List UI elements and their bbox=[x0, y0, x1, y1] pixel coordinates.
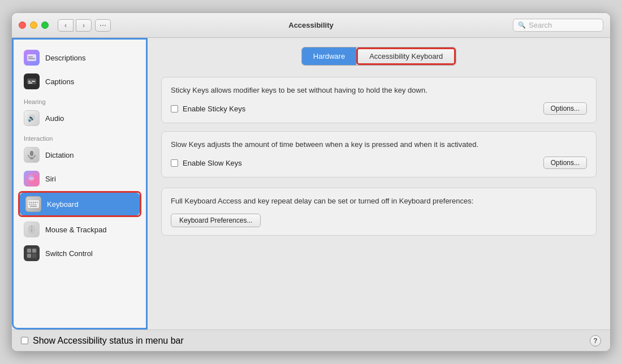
svg-rect-2 bbox=[28, 58, 35, 59]
sidebar-item-audio-label: Audio bbox=[45, 114, 64, 123]
enable-slow-keys-checkbox[interactable] bbox=[171, 159, 178, 167]
main-content: Descriptions Captions Hearing 🔊 Audio bbox=[12, 38, 610, 330]
sidebar-item-keyboard-label: Keyboard bbox=[47, 200, 79, 209]
window-title: Accessibility bbox=[288, 21, 334, 29]
search-placeholder: Search bbox=[529, 21, 552, 29]
svg-rect-6 bbox=[32, 81, 35, 82]
dictation-icon bbox=[24, 147, 40, 163]
svg-rect-18 bbox=[35, 202, 37, 203]
right-panel: Hardware Accessibility Keyboard Sticky K… bbox=[148, 38, 610, 330]
descriptions-icon bbox=[24, 50, 40, 66]
show-accessibility-status-label: Show Accessibility status in menu bar bbox=[33, 336, 184, 346]
sidebar-item-dictation-label: Dictation bbox=[45, 151, 74, 159]
sidebar-item-descriptions-label: Descriptions bbox=[45, 54, 86, 62]
svg-point-27 bbox=[31, 229, 33, 232]
traffic-lights bbox=[19, 21, 49, 29]
enable-slow-keys-label: Enable Slow Keys bbox=[183, 159, 242, 167]
slow-keys-check-left: Enable Slow Keys bbox=[171, 159, 242, 167]
svg-rect-5 bbox=[28, 83, 32, 84]
maximize-button[interactable] bbox=[41, 21, 49, 29]
captions-icon bbox=[24, 73, 40, 89]
forward-button[interactable]: › bbox=[76, 19, 92, 32]
help-button[interactable]: ? bbox=[590, 335, 601, 346]
svg-rect-32 bbox=[32, 254, 36, 258]
sidebar: Descriptions Captions Hearing 🔊 Audio bbox=[12, 38, 148, 330]
sidebar-item-mouse-trackpad-label: Mouse & Trackpad bbox=[45, 226, 106, 234]
sticky-keys-check-left: Enable Sticky Keys bbox=[171, 105, 245, 113]
svg-point-13 bbox=[29, 177, 34, 180]
svg-rect-23 bbox=[35, 204, 37, 205]
svg-rect-17 bbox=[33, 202, 34, 203]
sidebar-item-mouse-trackpad[interactable]: Mouse & Trackpad bbox=[18, 218, 141, 241]
svg-rect-15 bbox=[29, 202, 31, 203]
keyboard-icon bbox=[25, 196, 41, 212]
sticky-keys-row: Enable Sticky Keys Options... bbox=[171, 102, 587, 115]
sidebar-item-siri-label: Siri bbox=[45, 175, 56, 183]
slow-keys-section: Slow Keys adjusts the amount of time bet… bbox=[161, 131, 597, 177]
tab-group: Hardware Accessibility Keyboard bbox=[301, 47, 456, 66]
sidebar-item-captions[interactable]: Captions bbox=[18, 70, 141, 93]
show-status-row: Show Accessibility status in menu bar bbox=[21, 336, 184, 346]
svg-rect-19 bbox=[37, 202, 38, 203]
sticky-keys-description: Sticky Keys allows modifier keys to be s… bbox=[171, 85, 587, 96]
siri-icon bbox=[24, 171, 40, 187]
category-hearing: Hearing bbox=[18, 94, 141, 107]
svg-text:🔊: 🔊 bbox=[28, 114, 36, 122]
keyboard-prefs-description: Full Keyboard Access and key repeat dela… bbox=[171, 196, 587, 206]
mouse-trackpad-icon bbox=[24, 222, 40, 237]
nav-buttons: ‹ › bbox=[58, 19, 92, 32]
svg-rect-0 bbox=[27, 54, 36, 61]
audio-icon: 🔊 bbox=[24, 110, 40, 126]
keyboard-preferences-button[interactable]: Keyboard Preferences... bbox=[171, 214, 261, 227]
sidebar-item-siri[interactable]: Siri bbox=[18, 167, 141, 190]
slow-keys-row: Enable Slow Keys Options... bbox=[171, 157, 587, 169]
search-icon: 🔍 bbox=[518, 21, 526, 29]
tab-hardware[interactable]: Hardware bbox=[302, 47, 356, 65]
svg-rect-20 bbox=[29, 204, 31, 205]
category-interaction: Interaction bbox=[18, 131, 141, 144]
titlebar: ‹ › ⋯ Accessibility 🔍 Search bbox=[12, 13, 610, 38]
main-window: ‹ › ⋯ Accessibility 🔍 Search Description… bbox=[11, 12, 611, 352]
enable-sticky-keys-label: Enable Sticky Keys bbox=[183, 105, 245, 113]
show-accessibility-status-checkbox[interactable] bbox=[21, 337, 28, 344]
sidebar-item-keyboard[interactable]: Keyboard bbox=[20, 193, 140, 215]
sidebar-item-audio[interactable]: 🔊 Audio bbox=[18, 107, 141, 129]
sidebar-item-captions-label: Captions bbox=[45, 77, 74, 86]
switch-control-icon bbox=[24, 245, 40, 261]
bottom-bar: Show Accessibility status in menu bar ? bbox=[12, 330, 610, 351]
keyboard-prefs-section: Full Keyboard Access and key repeat dela… bbox=[161, 188, 597, 235]
sticky-keys-options-button[interactable]: Options... bbox=[543, 102, 587, 115]
sidebar-item-switch-control-label: Switch Control bbox=[45, 249, 93, 258]
sidebar-item-switch-control[interactable]: Switch Control bbox=[18, 242, 141, 265]
svg-rect-21 bbox=[31, 204, 33, 205]
close-button[interactable] bbox=[19, 21, 26, 29]
slow-keys-description: Slow Keys adjusts the amount of time bet… bbox=[171, 140, 587, 150]
svg-rect-16 bbox=[31, 202, 33, 203]
svg-rect-1 bbox=[28, 57, 33, 58]
sidebar-item-dictation[interactable]: Dictation bbox=[18, 144, 141, 166]
sidebar-item-descriptions[interactable]: Descriptions bbox=[18, 46, 141, 69]
svg-rect-9 bbox=[30, 151, 33, 156]
enable-sticky-keys-checkbox[interactable] bbox=[171, 105, 178, 112]
sticky-keys-section: Sticky Keys allows modifier keys to be s… bbox=[161, 77, 597, 123]
svg-rect-30 bbox=[32, 249, 36, 253]
svg-rect-29 bbox=[27, 249, 31, 253]
svg-rect-4 bbox=[28, 81, 31, 82]
svg-rect-24 bbox=[30, 206, 37, 207]
tab-accessibility-keyboard[interactable]: Accessibility Keyboard bbox=[356, 47, 456, 65]
tabs-row: Hardware Accessibility Keyboard bbox=[161, 47, 597, 66]
svg-rect-22 bbox=[33, 204, 34, 205]
search-box[interactable]: 🔍 Search bbox=[513, 19, 603, 32]
minimize-button[interactable] bbox=[30, 21, 37, 29]
slow-keys-options-button[interactable]: Options... bbox=[543, 157, 587, 169]
back-button[interactable]: ‹ bbox=[58, 19, 74, 32]
svg-rect-31 bbox=[27, 254, 31, 258]
grid-button[interactable]: ⋯ bbox=[95, 19, 111, 32]
